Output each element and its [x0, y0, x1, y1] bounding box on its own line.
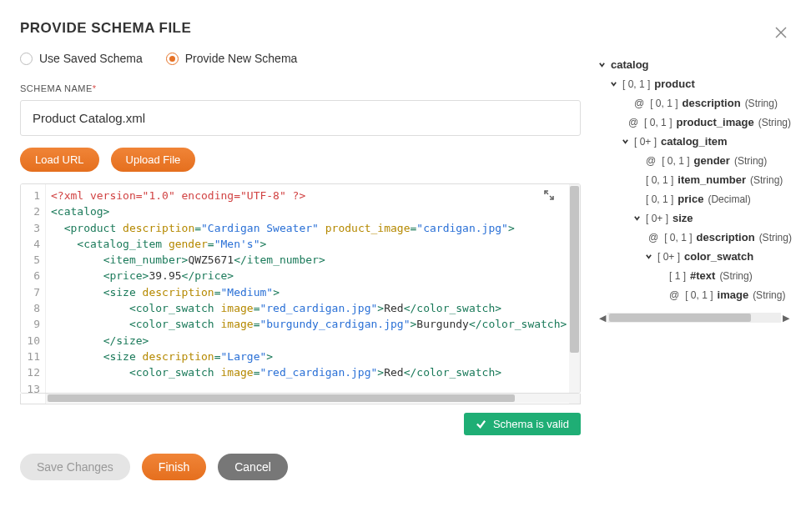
node-name: gender: [694, 155, 730, 166]
finish-button[interactable]: Finish: [142, 454, 206, 480]
cardinality: [ 0, 1 ]: [622, 79, 650, 89]
scrollbar-thumb[interactable]: [570, 186, 579, 353]
cancel-button[interactable]: Cancel: [218, 454, 288, 480]
tree-node-hash-text[interactable]: [ 1 ]#text (String): [597, 266, 791, 285]
chevron-down-icon: [621, 138, 630, 145]
chevron-down-icon: [632, 214, 642, 222]
code-content[interactable]: <?xml version="1.0" encoding="UTF-8" ?><…: [46, 184, 569, 393]
tree-horizontal-scrollbar[interactable]: ◀ ▶: [597, 313, 791, 323]
chevron-down-icon: [609, 80, 618, 88]
chevron-down-icon: [644, 253, 653, 260]
radio-circle-icon: [20, 53, 33, 65]
node-type: (String): [753, 290, 785, 300]
node-name: color_swatch: [684, 251, 753, 262]
node-type: (Decimal): [708, 194, 750, 204]
attribute-marker: @: [646, 156, 656, 166]
tree-node-color_swatch[interactable]: [ 0+ ]color_swatch: [597, 247, 791, 266]
radio-label: Use Saved Schema: [39, 52, 143, 65]
schema-source-radio-group: Use Saved Schema Provide New Schema: [20, 52, 581, 65]
radio-circle-checked-icon: [166, 53, 179, 65]
cardinality: [ 0, 1 ]: [644, 118, 672, 128]
attribute-marker: @: [634, 98, 644, 108]
tree-node-catalog[interactable]: catalog: [597, 55, 791, 74]
schema-tree: catalog[ 0, 1 ]product@[ 0, 1 ]descripti…: [597, 55, 791, 304]
tree-node-description[interactable]: @[ 0, 1 ]description (String): [597, 228, 791, 247]
cardinality: [ 0, 1 ]: [685, 290, 713, 300]
schema-name-input[interactable]: [20, 100, 581, 136]
cardinality: [ 0, 1 ]: [646, 194, 673, 204]
tree-node-product_image[interactable]: @[ 0, 1 ]product_image (String): [597, 113, 791, 132]
attribute-marker: @: [648, 233, 658, 243]
tree-node-gender[interactable]: @[ 0, 1 ]gender (String): [597, 151, 791, 170]
node-type: (String): [750, 175, 783, 185]
radio-provide-new-schema[interactable]: Provide New Schema: [166, 52, 298, 65]
close-icon[interactable]: [774, 25, 788, 42]
tree-node-size[interactable]: [ 0+ ]size: [597, 208, 791, 228]
tree-node-price[interactable]: [ 0, 1 ]price (Decimal): [597, 189, 791, 208]
tree-node-image[interactable]: @[ 0, 1 ]image (String): [597, 285, 791, 304]
tree-node-product[interactable]: [ 0, 1 ]product: [597, 74, 791, 93]
tree-node-description[interactable]: @[ 0, 1 ]description (String): [597, 93, 791, 113]
tree-node-catalog_item[interactable]: [ 0+ ]catalog_item: [597, 132, 791, 151]
node-type: (String): [719, 271, 752, 281]
node-type: (String): [745, 98, 778, 108]
editor-horizontal-scrollbar[interactable]: [46, 394, 569, 403]
node-name: description: [683, 98, 741, 108]
radio-label: Provide New Schema: [185, 52, 298, 65]
radio-use-saved-schema[interactable]: Use Saved Schema: [20, 52, 143, 65]
scrollbar-thumb[interactable]: [609, 314, 751, 322]
cardinality: [ 1 ]: [669, 271, 686, 281]
editor-gutter: 12345678910111213: [21, 184, 46, 393]
node-name: product_image: [676, 117, 753, 128]
scrollbar-thumb[interactable]: [48, 394, 515, 402]
check-icon: [476, 419, 486, 429]
node-name: item_number: [678, 174, 746, 185]
node-name: product: [654, 78, 694, 89]
editor-vertical-scrollbar[interactable]: [569, 184, 580, 393]
node-name: catalog_item: [661, 136, 727, 147]
node-name: catalog: [611, 59, 649, 70]
node-name: price: [678, 193, 703, 204]
save-changes-button: Save Changes: [20, 454, 130, 480]
scroll-left-arrow[interactable]: ◀: [597, 313, 607, 324]
node-name: size: [672, 213, 693, 223]
node-name: description: [697, 232, 755, 243]
chevron-down-icon: [597, 61, 607, 68]
node-type: (String): [758, 118, 791, 128]
cardinality: [ 0+ ]: [646, 213, 668, 223]
cardinality: [ 0+ ]: [634, 137, 657, 147]
attribute-marker: @: [628, 118, 638, 128]
node-name: image: [718, 289, 749, 300]
cardinality: [ 0+ ]: [657, 252, 680, 262]
node-name: #text: [690, 270, 715, 281]
cardinality: [ 0, 1 ]: [646, 175, 673, 185]
node-type: (String): [759, 233, 792, 243]
tree-node-item_number[interactable]: [ 0, 1 ]item_number (String): [597, 170, 791, 189]
xml-editor[interactable]: 12345678910111213 <?xml version="1.0" en…: [20, 183, 581, 394]
cardinality: [ 0, 1 ]: [664, 233, 692, 243]
cardinality: [ 0, 1 ]: [650, 98, 678, 108]
upload-file-button[interactable]: Upload File: [111, 148, 196, 172]
schema-name-label: SCHEMA NAME*: [20, 83, 581, 93]
node-type: (String): [734, 156, 767, 166]
load-url-button[interactable]: Load URL: [20, 148, 99, 172]
cardinality: [ 0, 1 ]: [662, 156, 689, 166]
dialog-title: PROVIDE SCHEMA FILE: [20, 20, 191, 37]
scroll-right-arrow[interactable]: ▶: [781, 313, 791, 324]
expand-icon[interactable]: [544, 189, 554, 203]
schema-valid-badge: Schema is valid: [464, 413, 581, 435]
attribute-marker: @: [669, 290, 679, 300]
